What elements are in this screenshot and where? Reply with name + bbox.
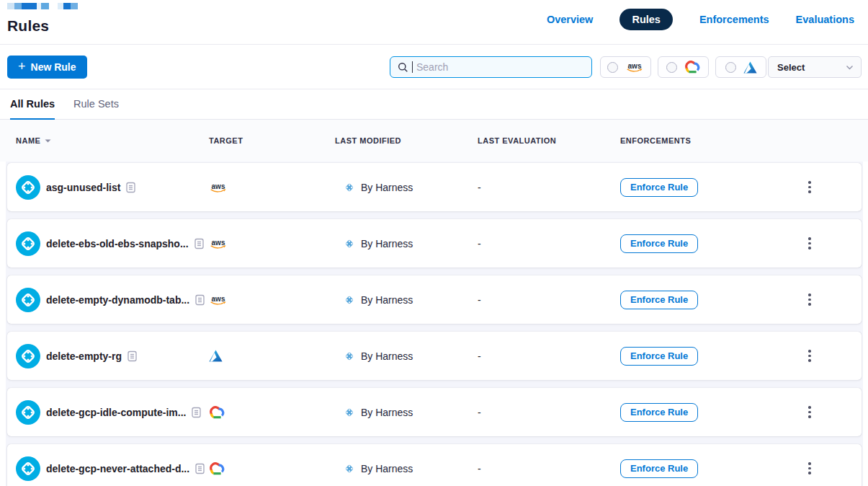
col-header-enforcements: ENFORCEMENTS <box>620 136 802 145</box>
nav-rules[interactable]: Rules <box>619 9 673 30</box>
kebab-menu-icon[interactable] <box>802 290 817 309</box>
tabs-bar: All RulesRule Sets <box>0 89 868 120</box>
rule-avatar-icon <box>16 231 40 256</box>
plus-icon: + <box>18 60 26 73</box>
kebab-menu-icon[interactable] <box>802 459 817 478</box>
last-evaluation-text: - <box>478 407 481 418</box>
aws-logo-icon: aws <box>209 238 228 249</box>
copy-icon[interactable] <box>195 463 205 474</box>
last-modified-text: By Harness <box>361 294 413 306</box>
toolbar: + New Rule aws Select <box>0 45 868 89</box>
nav-overview[interactable]: Overview <box>547 14 594 25</box>
table-row[interactable]: delete-gcp-never-attached-d... By <box>7 444 862 486</box>
search-input[interactable] <box>416 61 584 73</box>
kebab-menu-icon[interactable] <box>802 234 817 253</box>
rule-name: delete-ebs-old-ebs-snapsho... <box>46 238 189 249</box>
breadcrumb-skeleton-block <box>71 3 78 9</box>
copy-icon[interactable] <box>126 182 135 193</box>
copy-icon[interactable] <box>194 238 204 249</box>
svg-text:aws: aws <box>628 62 642 70</box>
aws-logo-icon: aws <box>209 182 228 193</box>
text-cursor <box>412 61 413 73</box>
col-header-last-evaluation: LAST EVALUATION <box>478 136 620 145</box>
aws-logo-icon: aws <box>209 294 228 306</box>
copy-icon[interactable] <box>195 294 205 306</box>
copy-icon[interactable] <box>127 350 137 362</box>
rules-list: asg-unused-list aws By Harness <box>6 162 863 486</box>
gcp-logo-icon <box>209 462 225 475</box>
table-row[interactable]: delete-ebs-old-ebs-snapsho... aws By Ha <box>7 219 862 268</box>
enforce-rule-button[interactable]: Enforce Rule <box>620 178 698 197</box>
svg-text:aws: aws <box>212 238 225 246</box>
new-rule-button[interactable]: + New Rule <box>7 56 87 79</box>
search-box[interactable] <box>390 56 592 78</box>
sort-caret-icon <box>45 139 51 143</box>
rule-avatar-icon <box>16 400 40 425</box>
harness-icon <box>344 294 355 306</box>
rule-avatar-icon <box>16 344 40 368</box>
enforce-rule-button[interactable]: Enforce Rule <box>620 234 698 253</box>
radio-unchecked-icon[interactable] <box>607 62 618 73</box>
nav-enforcements[interactable]: Enforcements <box>699 14 769 25</box>
svg-text:aws: aws <box>212 182 225 190</box>
kebab-menu-icon[interactable] <box>802 402 817 422</box>
rule-avatar-icon <box>16 456 40 481</box>
harness-icon <box>344 407 355 418</box>
last-modified-text: By Harness <box>361 463 413 474</box>
last-modified-text: By Harness <box>361 238 413 249</box>
filter-aws-button[interactable]: aws <box>600 56 651 78</box>
last-evaluation-text: - <box>478 294 481 306</box>
enforce-rule-button[interactable]: Enforce Rule <box>620 347 698 366</box>
search-icon <box>398 62 408 73</box>
enforce-rule-button[interactable]: Enforce Rule <box>620 403 698 422</box>
radio-unchecked-icon[interactable] <box>666 62 677 73</box>
last-evaluation-text: - <box>478 350 481 362</box>
azure-logo-icon <box>209 350 223 362</box>
page-header: Rules OverviewRulesEnforcementsEvaluatio… <box>0 0 868 45</box>
last-modified-text: By Harness <box>361 350 413 362</box>
nav-evaluations[interactable]: Evaluations <box>796 14 854 25</box>
last-modified-text: By Harness <box>361 182 413 193</box>
table-row[interactable]: delete-empty-rg <box>7 332 862 380</box>
rule-name: delete-empty-dynamodb-tab... <box>46 294 189 306</box>
last-evaluation-text: - <box>478 463 481 474</box>
last-modified-text: By Harness <box>361 407 413 418</box>
gcp-logo-icon <box>684 61 700 74</box>
table-row[interactable]: delete-empty-dynamodb-tab... aws By Har <box>7 275 862 324</box>
last-evaluation-text: - <box>478 238 481 249</box>
page-title: Rules <box>7 17 49 35</box>
tab-rule-sets[interactable]: Rule Sets <box>73 98 119 119</box>
last-evaluation-text: - <box>478 182 481 193</box>
breadcrumb-skeleton-block <box>22 3 37 9</box>
breadcrumb-skeleton-block <box>41 3 49 9</box>
breadcrumb-skeleton <box>7 3 78 9</box>
kebab-menu-icon[interactable] <box>802 177 817 197</box>
new-rule-label: New Rule <box>31 61 76 73</box>
top-nav: OverviewRulesEnforcementsEvaluations <box>547 8 854 31</box>
enforce-rule-button[interactable]: Enforce Rule <box>620 291 698 309</box>
breadcrumb-skeleton-block <box>58 3 63 9</box>
harness-icon <box>344 463 355 474</box>
rule-avatar-icon <box>16 175 40 200</box>
azure-logo-icon <box>743 61 757 74</box>
table-row[interactable]: asg-unused-list aws By Harness <box>7 163 862 211</box>
table-row[interactable]: delete-gcp-idle-compute-im... By <box>7 388 862 436</box>
harness-icon <box>344 238 355 249</box>
select-dropdown[interactable]: Select <box>768 56 862 78</box>
radio-unchecked-icon[interactable] <box>725 62 736 73</box>
select-value: Select <box>777 62 805 73</box>
copy-icon[interactable] <box>192 407 201 418</box>
kebab-menu-icon[interactable] <box>802 346 817 366</box>
col-header-name[interactable]: NAME <box>16 136 209 145</box>
harness-icon <box>344 182 355 193</box>
rule-name: asg-unused-list <box>46 182 120 193</box>
harness-icon <box>344 350 355 362</box>
filter-azure-button[interactable] <box>715 56 766 78</box>
rule-name: delete-gcp-never-attached-d... <box>46 463 189 474</box>
tab-all-rules[interactable]: All Rules <box>10 98 55 119</box>
breadcrumb-skeleton-block <box>63 3 71 9</box>
enforce-rule-button[interactable]: Enforce Rule <box>620 459 698 478</box>
provider-filters: aws <box>600 56 766 78</box>
filter-gcp-button[interactable] <box>658 56 709 78</box>
aws-logo-icon: aws <box>625 61 644 73</box>
